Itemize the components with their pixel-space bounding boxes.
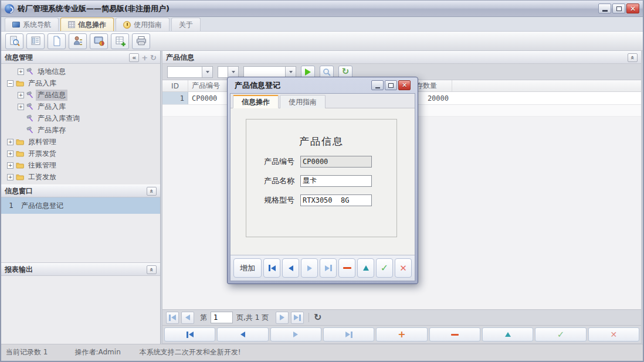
tree-item-invoice-shipping[interactable]: + 开票发货 bbox=[1, 148, 160, 159]
dialog-prev-button[interactable] bbox=[282, 258, 299, 278]
collapse-info-window-button[interactable]: « bbox=[147, 187, 157, 196]
dialog-delete-button[interactable] bbox=[338, 258, 355, 278]
dropdown-button[interactable] bbox=[228, 67, 238, 77]
pager-last-button[interactable] bbox=[291, 312, 304, 324]
print-button[interactable] bbox=[132, 33, 150, 49]
pager-next-button[interactable] bbox=[276, 312, 289, 324]
dropdown-button[interactable] bbox=[202, 67, 212, 77]
page-input[interactable] bbox=[211, 312, 233, 323]
cancel-record-button[interactable]: ✕ bbox=[588, 327, 639, 341]
folder-icon bbox=[16, 80, 24, 87]
data-table-add-button[interactable] bbox=[111, 33, 129, 49]
dialog-next-button[interactable] bbox=[301, 258, 318, 278]
play-icon bbox=[305, 69, 311, 76]
collapse-main-button[interactable]: « bbox=[628, 53, 638, 62]
new-document-button[interactable] bbox=[48, 33, 66, 49]
tree-item-label: 工资发放 bbox=[26, 172, 58, 183]
tab-info-operation[interactable]: 信息操作 bbox=[60, 18, 114, 31]
dialog-button-bar: 增加 ✓ ✕ bbox=[231, 255, 415, 281]
tree-item-site-info[interactable]: + 场地信息 bbox=[1, 66, 160, 77]
maximize-icon bbox=[388, 83, 394, 88]
filter-field-dropdown[interactable] bbox=[167, 66, 213, 78]
product-info-header: 产品信息 « bbox=[162, 51, 641, 64]
dialog-first-button[interactable] bbox=[263, 258, 280, 278]
dialog-title-bar[interactable]: 产品信息登记 ✕ bbox=[230, 77, 415, 93]
status-message: 本系统支持二次开发和全新开发! bbox=[140, 347, 241, 357]
dialog-close-button[interactable]: ✕ bbox=[398, 80, 411, 90]
chevron-up-icon: « bbox=[148, 189, 155, 193]
panel-title: 信息管理 bbox=[5, 53, 33, 63]
tree-item-product-inbound[interactable]: + 产品入库 bbox=[1, 101, 160, 112]
pager-refresh-button[interactable]: ↻ bbox=[314, 313, 321, 322]
expand-plus-icon[interactable]: + bbox=[7, 162, 13, 169]
close-button[interactable]: ✕ bbox=[626, 4, 639, 13]
filter-operator-dropdown[interactable] bbox=[218, 66, 239, 78]
tree-item-material-mgmt[interactable]: + 原料管理 bbox=[1, 136, 160, 148]
dialog-maximize-button[interactable] bbox=[385, 80, 397, 90]
tree-item-account-mgmt[interactable]: + 往账管理 bbox=[1, 159, 160, 171]
delete-record-button[interactable] bbox=[429, 327, 480, 341]
edit-record-button[interactable] bbox=[482, 327, 533, 341]
pager-prev-button[interactable] bbox=[181, 312, 194, 324]
tree-item-label: 产品入库 bbox=[36, 101, 67, 112]
tab-user-guide[interactable]: 使用指南 bbox=[116, 18, 170, 31]
spec-model-field[interactable] bbox=[300, 194, 372, 206]
monitor-icon bbox=[12, 22, 20, 28]
dialog-tab-info-operation[interactable]: 信息操作 bbox=[233, 95, 279, 108]
panel-title: 报表输出 bbox=[5, 265, 33, 275]
form-view-button[interactable] bbox=[26, 33, 45, 49]
dialog-minimize-button[interactable] bbox=[371, 80, 384, 90]
save-record-button[interactable]: ✓ bbox=[535, 327, 586, 341]
dialog-cancel-button[interactable]: ✕ bbox=[395, 258, 412, 278]
nav-last-button[interactable] bbox=[323, 327, 374, 341]
dialog-edit-button[interactable] bbox=[357, 258, 374, 278]
user-management-button[interactable] bbox=[69, 33, 87, 49]
dropdown-button[interactable] bbox=[285, 67, 296, 77]
filter-value-dropdown[interactable] bbox=[243, 66, 296, 78]
cross-icon: ✕ bbox=[610, 330, 617, 339]
refresh-icon[interactable]: ↻ bbox=[150, 54, 157, 62]
form-list-icon bbox=[30, 35, 42, 47]
add-record-button[interactable]: + bbox=[376, 327, 427, 341]
collapse-report-button[interactable]: « bbox=[147, 265, 157, 274]
info-window-item[interactable]: 1 产品信息登记 bbox=[1, 197, 160, 214]
tree-item-label: 产品入库 bbox=[26, 78, 58, 89]
product-name-field[interactable] bbox=[300, 175, 372, 187]
nav-first-button[interactable] bbox=[164, 327, 215, 341]
expand-plus-icon[interactable]: + bbox=[7, 174, 13, 180]
nav-next-button[interactable] bbox=[270, 327, 321, 341]
dialog-tab-user-guide[interactable]: 使用指南 bbox=[280, 95, 326, 108]
column-header-id[interactable]: ID bbox=[162, 80, 188, 91]
refresh-icon: ↻ bbox=[342, 67, 350, 76]
product-code-field[interactable] bbox=[300, 156, 372, 168]
tree-item-product-stock[interactable]: 产品库存 bbox=[1, 124, 160, 136]
dialog-add-button[interactable]: 增加 bbox=[233, 258, 262, 278]
report-output-header: 报表输出 « bbox=[1, 263, 160, 276]
restore-button[interactable] bbox=[612, 4, 625, 13]
minimize-button[interactable] bbox=[598, 4, 611, 13]
dialog-tab-bar: 信息操作 使用指南 bbox=[231, 94, 415, 108]
tree-item-label: 往账管理 bbox=[26, 160, 58, 171]
add-icon[interactable]: + bbox=[141, 54, 148, 62]
expand-plus-icon[interactable]: + bbox=[18, 69, 24, 75]
dialog-last-button[interactable] bbox=[320, 258, 337, 278]
expand-plus-icon[interactable]: + bbox=[18, 104, 24, 110]
dialog-save-button[interactable]: ✓ bbox=[376, 258, 393, 278]
collapse-minus-icon[interactable]: − bbox=[7, 80, 13, 87]
tree-item-inbound-query[interactable]: 产品入库查询 bbox=[1, 112, 160, 124]
expand-plus-icon[interactable]: + bbox=[7, 151, 13, 157]
expand-plus-icon[interactable]: + bbox=[7, 139, 13, 145]
collapse-sidebar-button[interactable]: « bbox=[129, 53, 139, 62]
expand-plus-icon[interactable]: + bbox=[18, 92, 24, 98]
nav-prev-button[interactable] bbox=[217, 327, 268, 341]
tab-system-nav[interactable]: 系统导航 bbox=[5, 18, 59, 31]
window-title: 砖厂管理系统专业版——简易版(非注册用户) bbox=[18, 4, 170, 14]
tree-item-product-inbound-folder[interactable]: − 产品入库 bbox=[1, 77, 160, 89]
preview-search-button[interactable] bbox=[5, 33, 23, 49]
system-monitor-button[interactable] bbox=[90, 33, 108, 49]
pager-first-button[interactable] bbox=[166, 312, 179, 324]
tree-item-product-info[interactable]: + 产品信息 bbox=[1, 89, 160, 101]
tab-about[interactable]: 关于 bbox=[171, 18, 201, 31]
tree-item-salary-payment[interactable]: + 工资发放 bbox=[1, 171, 160, 183]
tree-item-label: 产品信息 bbox=[36, 90, 67, 101]
